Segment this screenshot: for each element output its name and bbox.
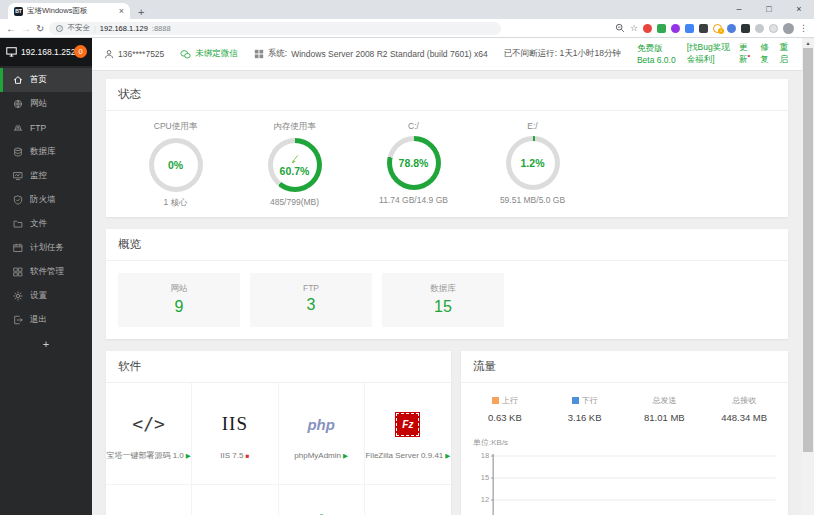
extension-icon[interactable] (699, 24, 708, 33)
extension-icon[interactable] (657, 24, 666, 33)
overview-card-count: 3 (250, 296, 372, 314)
reload-icon[interactable]: ↻ (36, 23, 44, 34)
sidebar-item-settings[interactable]: 设置 (0, 284, 92, 308)
stopped-icon[interactable]: ■ (245, 452, 249, 459)
security-label: 不安全 (67, 23, 90, 33)
software-item[interactable]: </>宝塔一键部署源码 1.0▶ (106, 383, 192, 485)
extension-icon[interactable] (769, 24, 778, 33)
traffic-chart-area: 单位:KB/s 1815129630 (461, 427, 788, 515)
scrollbar-thumb[interactable] (803, 48, 813, 452)
sidebar-item-database[interactable]: 数据库 (0, 140, 92, 164)
toolbar-icons: ☆ 1 ⋮ (615, 23, 808, 34)
software-item[interactable]: IISIIS 7.5■ (192, 383, 278, 485)
sidebar-item-logout[interactable]: 退出 (0, 308, 92, 332)
sidebar-item-files[interactable]: 文件 (0, 212, 92, 236)
svg-text:12: 12 (481, 496, 489, 505)
gauge-ring[interactable]: 1.2% (506, 136, 560, 190)
server-ip-header[interactable]: 192.168.1.252 0 (0, 38, 92, 66)
filezilla-icon: Fz (396, 413, 419, 436)
sidebar-item-sites[interactable]: 网站 (0, 92, 92, 116)
memory-clean-icon[interactable] (289, 154, 300, 165)
gauge-ring[interactable]: 60.7% (268, 138, 322, 192)
window-close-button[interactable]: × (784, 0, 814, 17)
software-item[interactable]: redis 1.0▶ (192, 485, 278, 515)
software-item[interactable]: FzFileZilla Server 0.9.41▶ (365, 383, 451, 485)
running-icon[interactable]: ▶ (343, 452, 348, 460)
gauge-label: E:/ (473, 121, 592, 131)
browser-menu-icon[interactable]: ⋮ (799, 23, 808, 33)
tab-title: 宝塔Windows面板 (27, 6, 115, 16)
sidebar-add-button[interactable]: + (0, 338, 92, 350)
extension-icon[interactable] (685, 24, 694, 33)
software-icon (13, 267, 23, 277)
update-notification-dot: • (748, 51, 751, 60)
restart-link[interactable]: 重启 (780, 42, 790, 66)
overview-card[interactable]: 数据库15 (382, 273, 504, 327)
sidebar-item-label: 设置 (30, 290, 47, 302)
profile-avatar[interactable] (783, 23, 794, 34)
gauge: E:/1.2%59.51 MB/5.0 GB (473, 119, 592, 209)
running-icon[interactable]: ▶ (186, 452, 191, 460)
overview-card[interactable]: FTP3 (250, 273, 372, 327)
site-info-icon[interactable]: i (56, 25, 63, 32)
software-item[interactable]: phpphpMyAdmin▶ (279, 383, 365, 485)
software-grid: </>宝塔一键部署源码 1.0▶IISIIS 7.5■phpphpMyAdmin… (106, 383, 451, 515)
sidebar-item-software[interactable]: 软件管理 (0, 260, 92, 284)
update-label: 更新 (739, 42, 748, 64)
user-account[interactable]: 136****7525 (104, 49, 164, 59)
extension-icon[interactable] (643, 24, 652, 33)
sidebar-item-home[interactable]: 首页 (0, 68, 92, 92)
sidebar-item-ftp[interactable]: FTP (0, 116, 92, 140)
sidebar-item-firewall[interactable]: 防火墙 (0, 188, 92, 212)
url-host: 192.168.1.129 (100, 24, 148, 33)
page-scrollbar[interactable]: ▲ (802, 38, 814, 515)
extension-icon[interactable] (727, 24, 736, 33)
software-item-name[interactable]: phpMyAdmin (294, 451, 341, 460)
gauge-detail: 59.51 MB/5.0 GB (473, 195, 592, 205)
software-item-name[interactable]: 宝塔一键部署源码 1.0 (106, 450, 183, 461)
extension-icon[interactable] (755, 24, 764, 33)
extension-icon[interactable] (671, 24, 680, 33)
promo-link[interactable]: [找Bug奖现金福利] (687, 42, 730, 66)
browser-tab[interactable]: BT 宝塔Windows面板 × (8, 3, 130, 19)
new-tab-button[interactable]: + (138, 6, 144, 18)
sidebar-item-cron[interactable]: 计划任务 (0, 236, 92, 260)
software-item-name[interactable]: IIS 7.5 (220, 451, 243, 460)
software-item[interactable]: WAF宝塔IIS防火墙 1.0▶ (279, 485, 365, 515)
traffic-stat: 上行0.63 KB (465, 395, 545, 423)
software-item-name[interactable]: FileZilla Server 0.9.41 (365, 451, 443, 460)
overview-card[interactable]: 网站9 (118, 273, 240, 327)
window-maximize-button[interactable]: □ (754, 0, 784, 17)
gauge-ring[interactable]: 0% (149, 138, 203, 192)
omnibox-divider: | (94, 24, 96, 33)
home-icon (13, 75, 23, 85)
navbar-right: 免费版 Beta 6.0.0 [找Bug奖现金福利] 更新• 修复 重启 (637, 42, 790, 66)
tab-close-icon[interactable]: × (119, 6, 124, 16)
bookmark-star-icon[interactable]: ☆ (630, 23, 638, 33)
browser-toolbar: ← → ↻ i 不安全 | 192.168.1.129 :8888 ☆ 1 ⋮ (0, 19, 814, 38)
scrollbar-up-icon[interactable]: ▲ (802, 38, 814, 48)
repair-link[interactable]: 修复 (760, 42, 770, 66)
sidebar-item-label: 退出 (30, 314, 47, 326)
zoom-icon[interactable] (615, 23, 625, 33)
software-item[interactable]: phpPHP-5.2▶ (106, 485, 192, 515)
window-minimize-button[interactable]: – (724, 0, 754, 17)
sidebar-item-label: 防火墙 (30, 194, 56, 206)
address-bar[interactable]: i 不安全 | 192.168.1.129 :8888 (49, 22, 501, 35)
back-icon[interactable]: ← (6, 23, 16, 34)
update-link[interactable]: 更新• (739, 42, 751, 66)
system-label: 系统: (268, 48, 287, 60)
forward-icon[interactable]: → (21, 23, 31, 34)
extension-icon[interactable] (741, 24, 750, 33)
extension-icon[interactable]: 1 (713, 24, 722, 33)
sidebar-item-label: 首页 (30, 74, 47, 86)
message-badge[interactable]: 0 (74, 45, 87, 58)
gauge-ring[interactable]: 78.8% (387, 136, 441, 190)
database-icon (13, 147, 23, 157)
sidebar-item-monitor[interactable]: 监控 (0, 164, 92, 188)
overview-card-count: 9 (118, 298, 240, 316)
wechat-bind-link[interactable]: 未绑定微信 (180, 48, 238, 60)
traffic-stat: 总发送81.01 MB (625, 395, 705, 423)
running-icon[interactable]: ▶ (445, 452, 450, 460)
traffic-stat-value: 448.34 MB (704, 412, 784, 423)
